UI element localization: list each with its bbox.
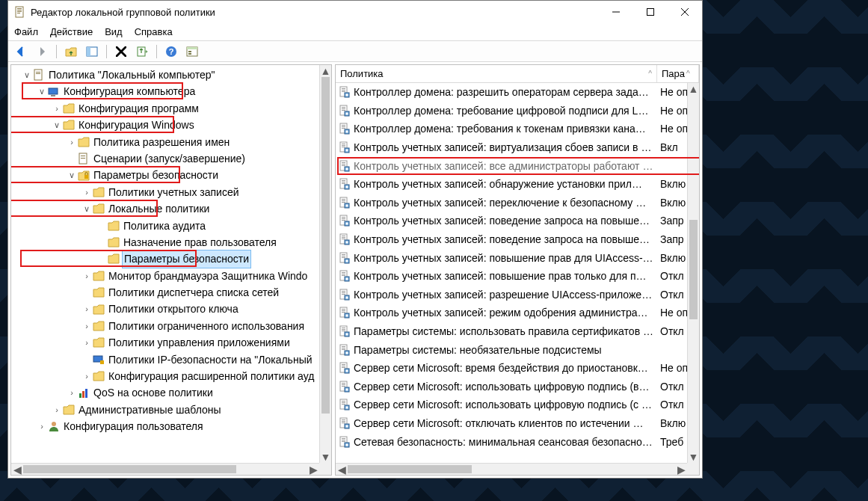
tree-windows-settings[interactable]: ∨ Конфигурация Windows: [13, 117, 331, 133]
policy-row[interactable]: Контроль учетных записей: все администра…: [336, 156, 699, 175]
policy-tree[interactable]: ∨ Политика "Локальный компьютер" ∨ Конфи…: [11, 65, 331, 435]
forward-button[interactable]: [34, 43, 50, 60]
tree-scripts[interactable]: Сценарии (запуск/завершение): [13, 150, 331, 167]
filter-button[interactable]: [184, 43, 200, 60]
policy-item-icon: [336, 86, 354, 98]
column-parameter[interactable]: Пара^: [657, 65, 699, 82]
policy-row[interactable]: Сетевая безопасность: минимальная сеансо…: [336, 432, 699, 451]
maximize-button[interactable]: [633, 1, 668, 23]
scroll-thumb[interactable]: [23, 465, 236, 473]
scroll-up-icon[interactable]: ▲: [688, 83, 699, 95]
close-button[interactable]: [668, 1, 702, 23]
expand-icon[interactable]: ›: [81, 334, 92, 351]
menu-help[interactable]: Справка: [135, 26, 173, 37]
tree-user-rights[interactable]: Назначение прав пользователя: [13, 234, 331, 250]
expand-icon[interactable]: ›: [52, 402, 62, 418]
tree-security-options[interactable]: Параметры безопасности: [13, 250, 331, 267]
policy-row[interactable]: Сервер сети Microsoft: отключать клиенто…: [336, 414, 699, 433]
expand-icon[interactable]: ›: [37, 418, 47, 434]
tree-app-control[interactable]: › Политики управления приложениями: [13, 334, 331, 351]
menu-file[interactable]: Файл: [14, 26, 38, 37]
tree-software-restriction[interactable]: › Политики ограниченного использования: [13, 318, 331, 334]
lock-folder-icon: [77, 170, 90, 182]
policy-row[interactable]: Параметры системы: использовать правила …: [336, 322, 699, 341]
policy-row[interactable]: Контроль учетных записей: режим одобрени…: [336, 304, 699, 322]
policy-row[interactable]: Контроль учетных записей: разрешение UIA…: [336, 286, 699, 304]
policy-row[interactable]: Контроллер домена: требования к токенам …: [336, 120, 699, 138]
column-policy[interactable]: Политика^: [336, 65, 657, 82]
tree-computer-config[interactable]: ∨ Конфигурация компьютера: [13, 83, 331, 99]
expand-icon[interactable]: ∨: [37, 83, 47, 99]
tree-local-policies[interactable]: ∨ Локальные политики: [13, 200, 331, 217]
scroll-right-icon[interactable]: ▶: [307, 464, 319, 476]
scroll-thumb[interactable]: [321, 77, 330, 414]
tree-admin-templates[interactable]: › Административные шаблоны: [13, 402, 331, 418]
expand-icon[interactable]: ∨: [81, 200, 92, 217]
policy-row[interactable]: Контроллер домена: требование цифровой п…: [336, 102, 699, 120]
export-button[interactable]: [134, 43, 150, 60]
titlebar[interactable]: Редактор локальной групповой политики: [8, 1, 702, 23]
policy-row[interactable]: Контроль учетных записей: повышение прав…: [336, 248, 699, 267]
policy-row[interactable]: Сервер сети Microsoft: использовать цифр…: [336, 378, 699, 396]
tree-user-config[interactable]: › Конфигурация пользователя: [13, 418, 331, 434]
scroll-left-icon[interactable]: ◀: [11, 464, 23, 476]
policy-list-pane[interactable]: Политика^ Пара^ Контроллер домена: разре…: [335, 64, 700, 476]
tree-audit-policy[interactable]: Политика аудита: [13, 218, 331, 234]
tree-name-resolution[interactable]: › Политика разрешения имен: [13, 134, 331, 150]
list-header[interactable]: Политика^ Пара^: [336, 65, 699, 83]
tree-label: Конфигурация пользователя: [64, 418, 203, 434]
expand-icon[interactable]: ∨: [22, 67, 32, 83]
policy-row[interactable]: Сервер сети Microsoft: использовать цифр…: [336, 396, 699, 414]
tree-firewall[interactable]: › Монитор брандмауэра Защитника Windo: [13, 268, 331, 284]
back-button[interactable]: [13, 43, 29, 60]
expand-icon[interactable]: ›: [67, 384, 77, 401]
scroll-down-icon[interactable]: ▼: [320, 451, 331, 463]
expand-icon[interactable]: ›: [52, 100, 62, 117]
scroll-right-icon[interactable]: ▶: [675, 464, 687, 476]
policy-row[interactable]: Сервер сети Microsoft: время бездействия…: [336, 359, 699, 378]
tree-account-policies[interactable]: › Политики учетных записей: [13, 184, 331, 200]
menu-action[interactable]: Действие: [50, 26, 93, 37]
scroll-left-icon[interactable]: ◀: [336, 464, 348, 476]
menu-view[interactable]: Вид: [105, 26, 123, 37]
scroll-up-icon[interactable]: ▲: [320, 65, 331, 77]
policy-row[interactable]: Контроль учетных записей: переключение к…: [336, 194, 699, 212]
expand-icon[interactable]: ∨: [67, 167, 77, 183]
policy-row[interactable]: Контроль учетных записей: виртуализация …: [336, 138, 699, 157]
tree-root[interactable]: ∨ Политика "Локальный компьютер": [13, 67, 331, 83]
tree-ipsec[interactable]: Политики IP-безопасности на "Локальный: [13, 351, 331, 368]
scroll-thumb[interactable]: [689, 220, 698, 319]
tree-scrollbar-vertical[interactable]: ▲ ▼: [319, 65, 331, 463]
expand-icon[interactable]: ›: [81, 301, 92, 317]
expand-icon[interactable]: ›: [67, 134, 77, 150]
up-button[interactable]: [63, 43, 79, 60]
show-hide-tree-button[interactable]: [84, 43, 100, 60]
policy-list[interactable]: Контроллер домена: разрешить операторам …: [336, 83, 699, 475]
expand-icon[interactable]: ›: [81, 318, 92, 334]
help-button[interactable]: ?: [163, 43, 179, 60]
policy-row[interactable]: Контроллер домена: разрешить операторам …: [336, 83, 699, 102]
expand-icon[interactable]: ›: [81, 268, 92, 284]
policy-row[interactable]: Контроль учетных записей: поведение запр…: [336, 230, 699, 249]
expand-icon[interactable]: ›: [81, 184, 92, 200]
tree-security-settings[interactable]: ∨ Параметры безопасности: [13, 167, 331, 183]
delete-button[interactable]: [113, 43, 129, 60]
minimize-button[interactable]: [599, 1, 633, 23]
tree-netlist[interactable]: Политики диспетчера списка сетей: [13, 284, 331, 301]
policy-row[interactable]: Контроль учетных записей: повышение прав…: [336, 267, 699, 286]
list-scrollbar-horizontal[interactable]: ◀ ▶: [336, 463, 687, 475]
tree-pane[interactable]: ∨ Политика "Локальный компьютер" ∨ Конфи…: [10, 64, 332, 476]
policy-row[interactable]: Параметры системы: необязательные подсис…: [336, 340, 699, 359]
expand-icon[interactable]: ∨: [52, 117, 62, 133]
tree-qos[interactable]: › QoS на основе политики: [13, 384, 331, 401]
expand-icon[interactable]: ›: [81, 368, 92, 384]
policy-row[interactable]: Контроль учетных записей: обнаружение ус…: [336, 175, 699, 194]
tree-public-key[interactable]: › Политики открытого ключа: [13, 301, 331, 317]
scroll-down-icon[interactable]: ▼: [688, 451, 699, 463]
tree-software-settings[interactable]: › Конфигурация программ: [13, 100, 331, 117]
list-scrollbar-vertical[interactable]: ▲ ▼: [687, 83, 699, 463]
tree-adv-audit[interactable]: › Конфигурация расширенной политики ауд: [13, 368, 331, 384]
policy-row[interactable]: Контроль учетных записей: поведение запр…: [336, 212, 699, 230]
scroll-thumb[interactable]: [348, 465, 472, 473]
tree-scrollbar-horizontal[interactable]: ◀ ▶: [11, 463, 319, 475]
